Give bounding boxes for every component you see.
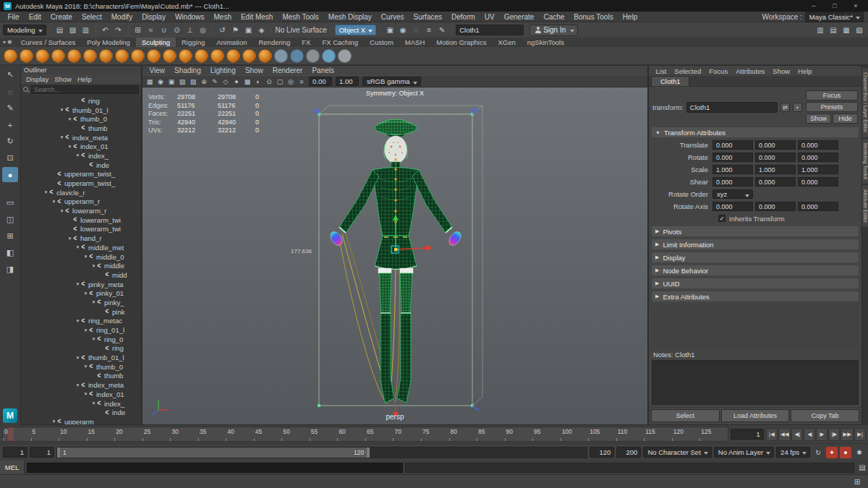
lock-camera-icon[interactable]: ◉ bbox=[156, 77, 166, 87]
outliner-item[interactable]: ▼ < pink bbox=[21, 307, 141, 317]
menu-item[interactable]: Edit bbox=[24, 13, 46, 21]
hypershade-persp-layout-icon[interactable]: ◨ bbox=[2, 262, 18, 277]
outliner-item[interactable]: ▼ < index_ bbox=[21, 151, 141, 160]
menu-item[interactable]: UV bbox=[480, 13, 499, 21]
collapsed-section-header[interactable]: ▶ Node Behavior bbox=[652, 265, 859, 275]
transform-name-field[interactable]: Cloth1 bbox=[686, 102, 778, 113]
menu-item[interactable]: Mesh bbox=[209, 13, 236, 21]
fps-selector[interactable]: 24 fps bbox=[776, 447, 810, 458]
outliner-item[interactable]: ▼ < middle_met bbox=[21, 243, 141, 252]
step-forward-frame-button[interactable]: |▶ bbox=[828, 428, 840, 441]
select-tool-icon[interactable]: ↖ bbox=[2, 67, 18, 82]
expand-arrow-icon[interactable]: ▼ bbox=[43, 190, 49, 194]
outliner-item[interactable]: ▼ < middle_0 bbox=[21, 252, 141, 262]
wireframe-icon[interactable]: ◇ bbox=[221, 77, 231, 87]
shelf-tab[interactable]: Animation bbox=[210, 38, 252, 47]
menu-item[interactable]: Deform bbox=[447, 13, 480, 21]
playback-start-field[interactable]: 1 bbox=[30, 447, 54, 458]
menu-item[interactable]: File bbox=[3, 13, 24, 21]
workspace-selector[interactable]: Maya Classic* bbox=[805, 12, 864, 22]
show-button[interactable]: Show bbox=[806, 114, 831, 124]
shelf-tab[interactable]: XGen bbox=[492, 38, 521, 47]
outliner-item[interactable]: ▼ < thumb_01_l bbox=[21, 106, 141, 115]
undo-icon[interactable]: ↶ bbox=[100, 25, 111, 36]
ipr-render-icon[interactable]: ◌ bbox=[410, 25, 422, 36]
attribute-editor-menu-item[interactable]: List bbox=[652, 67, 671, 75]
attribute-value-field[interactable]: 0.000 bbox=[798, 153, 838, 162]
menu-item[interactable]: Create bbox=[46, 13, 77, 21]
collapsed-section-header[interactable]: ▶ Limit Information bbox=[652, 239, 859, 249]
outliner-item[interactable]: ▼ < ring bbox=[21, 96, 141, 106]
scale-tool-icon[interactable]: ⊡ bbox=[2, 150, 18, 166]
two-pane-layout-icon[interactable]: ◫ bbox=[2, 212, 18, 227]
notes-field[interactable] bbox=[652, 360, 859, 405]
move-tool-icon[interactable]: + bbox=[2, 117, 18, 132]
shelf-tab[interactable]: Rendering bbox=[252, 38, 296, 47]
close-button[interactable]: × bbox=[847, 1, 864, 11]
outliner-item[interactable]: ▼ < thumb_0 bbox=[21, 362, 141, 372]
live-surface-label[interactable]: No Live Surface bbox=[276, 26, 327, 34]
current-frame-field[interactable]: 1 bbox=[731, 429, 764, 440]
outliner-menu-item[interactable]: Show bbox=[51, 75, 75, 83]
outliner-item[interactable]: ▼ < index_01 bbox=[21, 390, 141, 399]
outliner-item[interactable]: ▼ < inde bbox=[21, 160, 141, 170]
expand-arrow-icon[interactable]: ▼ bbox=[82, 254, 89, 259]
attribute-value-field[interactable]: 1.000 bbox=[712, 165, 753, 174]
command-language-toggle[interactable]: MEL bbox=[0, 461, 25, 474]
outliner-item[interactable]: ▼ < hand_r bbox=[21, 234, 141, 243]
outliner-item[interactable]: ▼ < midd bbox=[21, 270, 141, 280]
expand-arrow-icon[interactable]: ▼ bbox=[75, 319, 81, 323]
expand-arrow-icon[interactable]: ▼ bbox=[75, 153, 81, 158]
menu-item[interactable]: Modify bbox=[106, 13, 137, 21]
expand-arrow-icon[interactable]: ▼ bbox=[51, 419, 57, 424]
expand-arrow-icon[interactable]: ▼ bbox=[59, 108, 65, 112]
menu-item[interactable]: Surfaces bbox=[409, 13, 446, 21]
select-camera-icon[interactable]: ▦ bbox=[145, 77, 155, 87]
screen-space-ao-icon[interactable]: ▢ bbox=[275, 77, 285, 87]
snap-view-plane-icon[interactable]: ⊥ bbox=[184, 25, 196, 36]
outliner-item[interactable]: ▼ < pinky_meta bbox=[21, 280, 141, 289]
outliner-item[interactable]: ▼ < thumb_0 bbox=[21, 114, 141, 124]
expand-arrow-icon[interactable]: ▼ bbox=[82, 291, 89, 296]
playback-end-field[interactable]: 120 bbox=[590, 447, 614, 458]
expand-arrow-icon[interactable]: ▼ bbox=[75, 356, 81, 360]
paint-effects-icon[interactable]: ✎ bbox=[436, 25, 448, 36]
attribute-value-field[interactable]: 0.000 bbox=[712, 153, 753, 162]
attribute-value-field[interactable]: 1.000 bbox=[755, 165, 796, 174]
textured-icon[interactable]: ▩ bbox=[242, 77, 252, 87]
shelf-tab[interactable]: FX bbox=[296, 38, 316, 47]
show-tool-settings-icon[interactable]: ▦ bbox=[841, 25, 852, 36]
smooth-shade-icon[interactable]: ● bbox=[231, 77, 242, 87]
shelf-tab[interactable]: MASH bbox=[399, 38, 430, 47]
menu-item[interactable]: Select bbox=[77, 13, 106, 21]
snap-point-icon[interactable]: ∪ bbox=[158, 25, 170, 36]
outliner-item[interactable]: ▼ < index_01 bbox=[21, 142, 141, 151]
menu-item[interactable]: Cache bbox=[539, 13, 569, 21]
expand-arrow-icon[interactable]: ▼ bbox=[82, 328, 89, 333]
attribute-editor-menu-item[interactable]: Attributes bbox=[732, 67, 769, 75]
grid-menu-icon[interactable]: ⊞ bbox=[851, 476, 863, 487]
menu-item[interactable]: Generate bbox=[499, 13, 539, 21]
persp-outliner-layout-icon[interactable]: ◧ bbox=[2, 245, 18, 260]
outliner-item[interactable]: ▼ < ring bbox=[21, 344, 141, 354]
expand-arrow-icon[interactable]: ▼ bbox=[75, 383, 81, 388]
outliner-item[interactable]: ▼ < index_ bbox=[21, 399, 141, 408]
exposure-field[interactable]: 0.00 bbox=[309, 77, 332, 86]
outliner-item[interactable]: ▼ < ring_0 bbox=[21, 335, 141, 344]
transform-attributes-section[interactable]: ▼ Transform Attributes bbox=[652, 127, 859, 137]
attribute-value-field[interactable]: 0.000 bbox=[798, 202, 838, 211]
show-attribute-editor-icon[interactable]: ▤ bbox=[827, 25, 839, 36]
expand-arrow-icon[interactable]: ▼ bbox=[90, 300, 97, 304]
character-set-selector[interactable]: No Character Set bbox=[643, 447, 711, 458]
update-erase-tool-icon[interactable] bbox=[338, 49, 352, 63]
viewport-menu-item[interactable]: View bbox=[145, 67, 170, 74]
menu-item[interactable]: Display bbox=[137, 13, 171, 21]
outliner-item[interactable]: ▼ < index_meta bbox=[21, 380, 141, 390]
outliner-item[interactable]: ▼ < inde bbox=[21, 408, 141, 417]
shadows-icon[interactable]: ⊙ bbox=[264, 77, 274, 87]
viewport-canvas-area[interactable]: Symmetry: Object X Verts: 29708 29708 0 … bbox=[142, 87, 647, 424]
attribute-value-field[interactable]: 0.000 bbox=[755, 202, 796, 211]
outliner-search-input[interactable] bbox=[31, 85, 139, 94]
maximize-button[interactable]: □ bbox=[826, 1, 843, 11]
range-slider-track[interactable]: 1 120 bbox=[56, 447, 587, 458]
